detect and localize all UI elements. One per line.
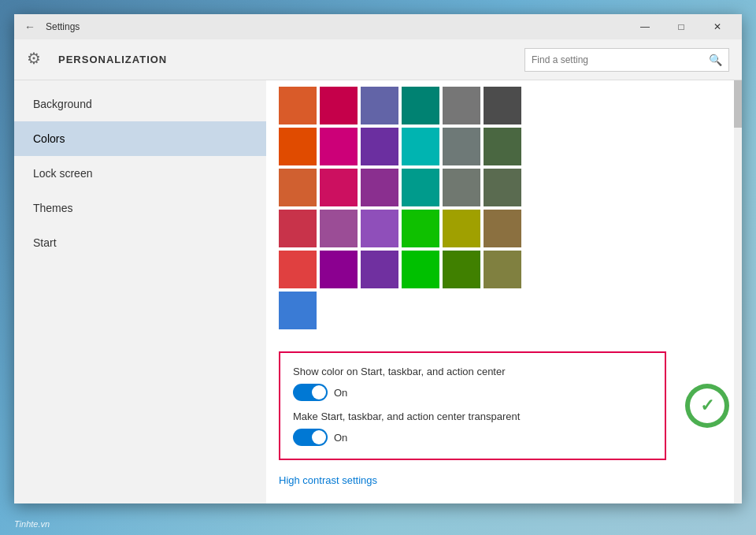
transparent-control: On <box>293 429 652 446</box>
sidebar-item-start[interactable]: Start <box>14 225 266 260</box>
color-row-4 <box>279 210 723 247</box>
main-content: Show color on Start, taskbar, and action… <box>266 80 742 503</box>
sidebar-item-lockscreen[interactable]: Lock screen <box>14 156 266 191</box>
sidebar-item-themes[interactable]: Themes <box>14 191 266 225</box>
color-row-2 <box>279 128 723 165</box>
show-color-label: Show color on Start, taskbar, and action… <box>293 366 652 377</box>
color-swatch[interactable] <box>320 128 358 165</box>
color-swatch[interactable] <box>279 169 317 206</box>
watermark: Tinhte.vn <box>14 519 50 529</box>
sidebar: Background Colors Lock screen Themes Sta… <box>14 80 266 503</box>
high-contrast-link[interactable]: High contrast settings <box>279 474 377 486</box>
color-swatch[interactable] <box>443 210 480 247</box>
title-bar: ← Settings — □ ✕ <box>14 14 742 39</box>
transparent-toggle[interactable] <box>293 429 328 446</box>
color-swatch[interactable] <box>484 169 521 206</box>
color-swatch[interactable] <box>484 210 521 247</box>
color-swatch[interactable] <box>361 169 398 206</box>
back-button[interactable]: ← <box>20 17 39 36</box>
color-swatch[interactable] <box>279 128 317 165</box>
color-swatch[interactable] <box>361 210 398 247</box>
transparent-label: Make Start, taskbar, and action center t… <box>293 411 652 422</box>
app-title: PERSONALIZATION <box>58 54 524 65</box>
color-swatch[interactable] <box>484 251 521 288</box>
color-swatch[interactable] <box>320 210 358 247</box>
color-swatch[interactable] <box>361 128 398 165</box>
color-swatch[interactable] <box>443 87 480 124</box>
toggle-section: Show color on Start, taskbar, and action… <box>279 351 666 460</box>
color-swatch[interactable] <box>279 210 317 247</box>
maximize-button[interactable]: □ <box>663 14 699 39</box>
checkmark-icon: ✓ <box>700 396 714 416</box>
color-swatch[interactable] <box>402 128 439 165</box>
color-grid <box>266 80 742 345</box>
color-row-3 <box>279 169 723 206</box>
show-color-toggle-row: Show color on Start, taskbar, and action… <box>293 366 652 401</box>
color-swatch[interactable] <box>402 210 439 247</box>
success-badge: ✓ <box>685 384 729 428</box>
color-swatch[interactable] <box>279 251 317 288</box>
window-title: Settings <box>46 21 627 32</box>
color-row-6 <box>279 292 723 329</box>
transparent-toggle-row: Make Start, taskbar, and action center t… <box>293 411 652 446</box>
color-row-1 <box>279 87 723 124</box>
color-swatch[interactable] <box>443 169 480 206</box>
color-swatch[interactable] <box>402 251 439 288</box>
search-input[interactable] <box>532 54 709 65</box>
color-swatch[interactable] <box>361 87 398 124</box>
show-color-control: On <box>293 384 652 401</box>
settings-window: ← Settings — □ ✕ ⚙ PERSONALIZATION 🔍 Bac… <box>14 14 742 503</box>
color-swatch[interactable] <box>320 169 358 206</box>
color-swatch[interactable] <box>484 128 521 165</box>
toggle-section-wrapper: Show color on Start, taskbar, and action… <box>266 351 679 460</box>
scrollbar-track[interactable] <box>734 80 742 503</box>
color-swatch[interactable] <box>402 87 439 124</box>
color-swatch[interactable] <box>320 251 358 288</box>
app-body: Background Colors Lock screen Themes Sta… <box>14 80 742 503</box>
color-swatch[interactable] <box>484 87 521 124</box>
sidebar-item-background[interactable]: Background <box>14 87 266 121</box>
success-inner-circle: ✓ <box>690 388 724 423</box>
color-swatch[interactable] <box>443 251 480 288</box>
color-swatch[interactable] <box>279 87 317 124</box>
color-swatch[interactable] <box>402 169 439 206</box>
sidebar-item-colors[interactable]: Colors <box>14 121 266 156</box>
success-outer-circle: ✓ <box>685 384 729 428</box>
color-swatch[interactable] <box>320 87 358 124</box>
show-color-state: On <box>334 387 347 399</box>
search-icon: 🔍 <box>709 54 722 66</box>
color-row-5 <box>279 251 723 288</box>
minimize-button[interactable]: — <box>627 14 663 39</box>
show-color-toggle[interactable] <box>293 384 328 401</box>
color-swatch[interactable] <box>361 251 398 288</box>
scrollbar-thumb[interactable] <box>734 80 742 128</box>
color-swatch[interactable] <box>443 128 480 165</box>
settings-icon: ⚙ <box>27 49 49 71</box>
color-swatch-selected[interactable] <box>279 292 317 329</box>
search-box[interactable]: 🔍 <box>524 48 729 72</box>
window-controls: — □ ✕ <box>627 14 736 39</box>
app-header: ⚙ PERSONALIZATION 🔍 <box>14 39 742 80</box>
close-button[interactable]: ✕ <box>699 14 736 39</box>
transparent-state: On <box>334 432 347 444</box>
